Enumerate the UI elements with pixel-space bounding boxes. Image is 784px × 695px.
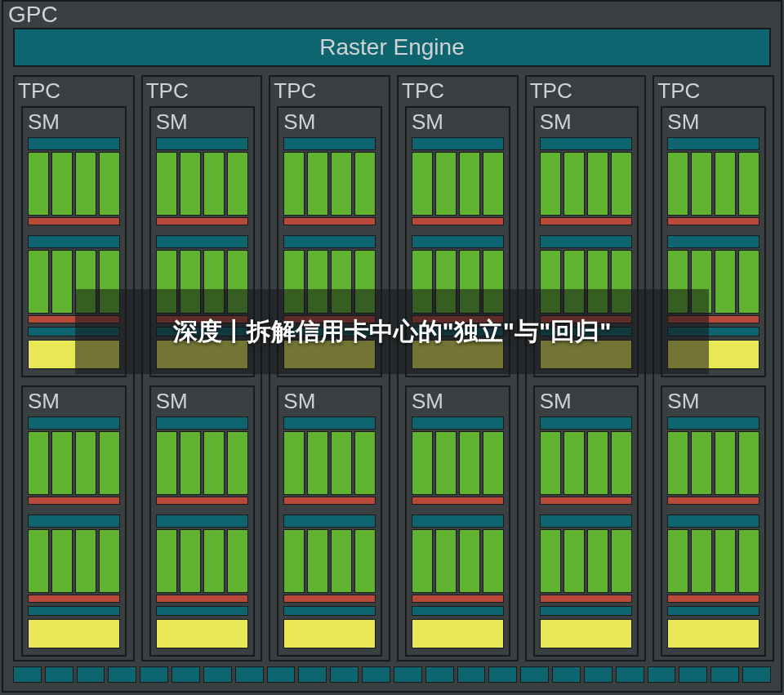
ldst-bar	[412, 217, 504, 225]
cuda-core-column	[99, 152, 120, 216]
core-group	[540, 417, 632, 508]
cuda-cores	[540, 529, 632, 593]
scheduler-bar	[667, 417, 760, 430]
cuda-core-column	[75, 152, 96, 216]
cuda-core-column	[540, 529, 561, 593]
core-group	[667, 137, 760, 229]
cuda-cores	[156, 152, 248, 216]
scheduler-bar	[156, 515, 248, 528]
sm-inner	[156, 417, 248, 652]
l1-bar	[28, 606, 120, 616]
cuda-core-column	[227, 529, 248, 593]
cuda-core-column	[738, 431, 760, 495]
cuda-core-column	[738, 529, 760, 593]
sm-label: SM	[667, 109, 699, 135]
sm-inner	[667, 417, 760, 652]
tpc-label: TPC	[18, 78, 60, 104]
ldst-bar	[540, 217, 632, 225]
cuda-core-column	[354, 152, 376, 216]
footer-cell	[140, 666, 168, 683]
cuda-core-column	[331, 152, 352, 216]
tex-block	[156, 619, 248, 648]
scheduler-bar	[283, 137, 376, 150]
footer-cell	[457, 666, 486, 683]
footer-cell	[584, 666, 612, 683]
cuda-core-column	[331, 431, 352, 495]
cuda-core-column	[203, 152, 225, 216]
sm-bottom-block	[156, 606, 248, 650]
sm-bottom-block	[283, 606, 376, 650]
cuda-core-column	[435, 529, 457, 593]
sm-bottom-block	[540, 606, 632, 650]
overlay-title: 深度丨拆解信用卡中心的"独立"与"回归"	[165, 314, 620, 349]
scheduler-bar	[28, 137, 120, 150]
sm-inner	[28, 417, 120, 652]
cuda-core-column	[483, 529, 504, 593]
scheduler-bar	[412, 137, 504, 150]
tpc-label: TPC	[402, 78, 444, 104]
cuda-core-column	[156, 152, 177, 216]
core-group	[283, 417, 376, 508]
sm-label: SM	[412, 109, 443, 135]
core-group	[412, 137, 504, 229]
cuda-core-column	[715, 152, 736, 216]
cuda-core-column	[564, 529, 585, 593]
footer-cell	[77, 666, 105, 683]
cuda-core-column	[51, 250, 73, 314]
cuda-core-column	[331, 529, 352, 593]
sm-inner	[283, 417, 376, 652]
core-group	[28, 417, 120, 508]
cuda-core-column	[227, 152, 248, 216]
cuda-core-column	[227, 431, 248, 495]
title-overlay: 深度丨拆解信用卡中心的"独立"与"回归"	[75, 289, 709, 374]
cuda-core-column	[459, 529, 480, 593]
sm-bottom-block	[667, 606, 760, 650]
ldst-bar	[156, 595, 248, 603]
raster-engine: Raster Engine	[13, 28, 771, 67]
footer-cell	[425, 666, 454, 683]
scheduler-bar	[540, 235, 632, 248]
footer-cell	[298, 666, 327, 683]
ldst-bar	[283, 217, 376, 225]
l1-bar	[540, 606, 632, 616]
cuda-cores	[540, 431, 632, 495]
cuda-core-column	[667, 431, 688, 495]
cuda-core-column	[691, 152, 712, 216]
footer-cell	[488, 666, 517, 683]
sm-inner	[540, 417, 632, 652]
cuda-cores	[28, 431, 120, 495]
footer-cell	[172, 666, 200, 683]
cuda-cores	[156, 431, 248, 495]
cuda-core-column	[51, 529, 73, 593]
ldst-bar	[156, 217, 248, 225]
ldst-bar	[540, 497, 632, 505]
cuda-cores	[412, 152, 504, 216]
cuda-core-column	[180, 152, 201, 216]
cuda-core-column	[412, 431, 433, 495]
footer-cell	[648, 666, 676, 683]
sm-block: SM	[277, 385, 382, 657]
cuda-core-column	[180, 529, 201, 593]
scheduler-bar	[412, 515, 504, 528]
tpc-label: TPC	[146, 78, 189, 104]
ldst-bar	[412, 497, 504, 505]
cuda-core-column	[203, 431, 225, 495]
sm-block: SM	[405, 385, 510, 657]
tex-block	[283, 619, 376, 648]
footer-cell	[108, 666, 136, 683]
sm-label: SM	[156, 109, 188, 135]
tex-block	[667, 619, 760, 648]
cuda-cores	[412, 431, 504, 495]
core-group	[28, 137, 120, 229]
sm-bottom-block	[28, 606, 120, 650]
core-group	[283, 137, 376, 229]
scheduler-bar	[156, 417, 248, 430]
cuda-core-column	[564, 431, 585, 495]
scheduler-bar	[28, 235, 120, 248]
l1-bar	[156, 606, 248, 616]
scheduler-bar	[667, 235, 760, 248]
ldst-bar	[412, 595, 504, 603]
cuda-core-column	[435, 431, 457, 495]
tex-block	[28, 619, 120, 648]
sm-label: SM	[540, 389, 572, 414]
